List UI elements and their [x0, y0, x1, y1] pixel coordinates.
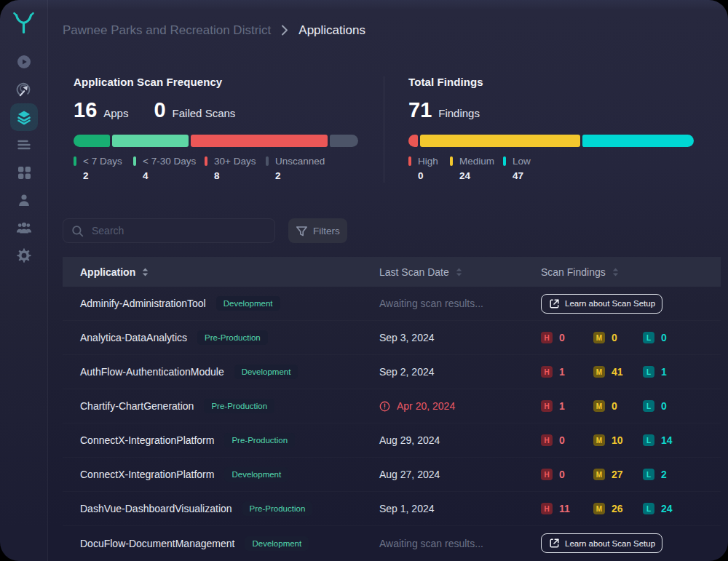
legend-item: Unscanned2: [266, 156, 325, 183]
last-scan-date: Sep 1, 2024: [379, 503, 435, 514]
bar-segment-low: [582, 135, 694, 147]
high-count: 0: [559, 332, 565, 343]
bar-segment-high: [408, 135, 418, 147]
last-scan-date: Sep 3, 2024: [379, 332, 435, 343]
app-name: DocuFlow-DocumentManagement: [80, 538, 234, 549]
list-icon: [16, 137, 32, 153]
table-row[interactable]: Chartify-ChartGenerationPre-ProductionAp…: [63, 389, 721, 423]
search-input[interactable]: [90, 224, 253, 237]
sidebar-item-play[interactable]: [10, 48, 38, 76]
column-application[interactable]: Application: [80, 266, 135, 278]
medium-badge-icon: M: [593, 366, 605, 378]
high-count: 1: [559, 366, 565, 378]
table-header: Application Last Scan Date Scan Findings: [63, 257, 721, 287]
sort-icon-application[interactable]: [142, 268, 149, 276]
legend-count: 0: [418, 170, 450, 183]
high-badge-icon: H: [541, 434, 553, 446]
findings: H11M26L24: [541, 503, 673, 514]
total_findings-stat: 71Findings: [408, 99, 480, 121]
sort-icon-scan-findings[interactable]: [612, 268, 619, 276]
stat-value: 0: [154, 99, 165, 121]
legend-marker: [205, 156, 207, 166]
breadcrumb-current: Applications: [298, 23, 365, 38]
app-name: ConnectX-IntegrationPlatform: [80, 469, 214, 480]
sidebar-item-users[interactable]: [10, 214, 38, 242]
sidebar-item-layers[interactable]: [10, 103, 38, 131]
learn-button-label: Learn about Scan Setup: [565, 539, 655, 548]
overdue-date: Apr 20, 2024: [379, 400, 455, 412]
medium-findings: M26: [593, 503, 643, 514]
low-count: 1: [661, 366, 667, 378]
sort-icon-last-scan-date[interactable]: [456, 268, 462, 276]
legend-item: High0: [408, 156, 450, 183]
app-name: ConnectX-IntegrationPlatform: [80, 434, 214, 446]
app-name: Chartify-ChartGeneration: [80, 400, 194, 412]
findings: H1M41L1: [541, 366, 667, 378]
legend-count: 47: [513, 170, 531, 183]
sidebar-item-gear[interactable]: [10, 242, 38, 269]
sidebar-item-list[interactable]: [10, 131, 38, 159]
search-box[interactable]: [63, 218, 275, 243]
table-row[interactable]: ConnectX-IntegrationPlatformDevelopmentA…: [63, 458, 721, 492]
low-findings: L1: [643, 366, 667, 378]
high-findings: H0: [541, 332, 593, 343]
stat-label: Apps: [103, 107, 128, 119]
findings: H0M0L0: [541, 332, 667, 343]
table-row[interactable]: ConnectX-IntegrationPlatformPre-Producti…: [63, 423, 721, 458]
medium-badge-icon: M: [593, 469, 605, 480]
summary-cards: Application Scan Frequency 16Apps0Failed…: [63, 76, 721, 183]
last-scan-date: Apr 20, 2024: [397, 400, 455, 412]
high-badge-icon: H: [541, 503, 553, 514]
medium-count: 26: [612, 503, 623, 514]
learn-scan-setup-button[interactable]: Learn about Scan Setup: [541, 533, 662, 553]
radar-arrow-icon: [16, 81, 32, 98]
table-row[interactable]: DocuFlow-DocumentManagementDevelopmentAw…: [63, 526, 721, 560]
layers-icon: [16, 109, 32, 125]
high-count: 0: [559, 469, 565, 480]
legend-marker: [74, 156, 76, 166]
legend-item: 30+ Days8: [205, 156, 266, 183]
filters-button[interactable]: Filters: [288, 218, 347, 243]
users-icon: [16, 220, 32, 236]
env-badge: Development: [216, 296, 280, 311]
user-icon: [16, 192, 32, 208]
table-row[interactable]: Analytica-DataAnalyticsPre-ProductionSep…: [63, 321, 721, 355]
applications-table: Application Last Scan Date Scan Findings: [63, 257, 721, 560]
legend-marker: [408, 156, 411, 166]
learn-scan-setup-button[interactable]: Learn about Scan Setup: [541, 294, 662, 314]
scan-frequency-legend: < 7 Days2< 7-30 Days430+ Days8Unscanned2: [74, 156, 384, 183]
sidebar-item-radar-arrow[interactable]: [10, 76, 38, 103]
low-badge-icon: L: [643, 400, 654, 412]
legend-count: 8: [214, 170, 266, 183]
sidebar-item-grid[interactable]: [10, 159, 38, 186]
toolbar: Filters: [63, 218, 721, 243]
stat-label: Failed Scans: [173, 107, 236, 119]
sidebar-item-user[interactable]: [10, 186, 38, 214]
findings: H0M10L14: [541, 434, 673, 446]
medium-count: 41: [612, 366, 623, 378]
high-badge-icon: H: [541, 332, 553, 343]
breadcrumb-parent[interactable]: Pawnee Parks and Recreation District: [63, 23, 271, 38]
column-scan-findings[interactable]: Scan Findings: [541, 266, 606, 278]
total-findings-legend: High0Medium24Low47: [408, 156, 694, 183]
legend-label: Low: [513, 156, 531, 167]
low-badge-icon: L: [643, 332, 654, 343]
table-row[interactable]: DashVue-DashboardVisualizationPre-Produc…: [63, 492, 721, 526]
low-findings: L24: [643, 503, 673, 514]
column-last-scan-date[interactable]: Last Scan Date: [379, 266, 449, 278]
low-findings: L14: [643, 434, 673, 446]
high-findings: H1: [541, 366, 593, 378]
high-badge-icon: H: [541, 400, 553, 412]
breadcrumb: Pawnee Parks and Recreation District App…: [63, 23, 721, 38]
table-row[interactable]: AuthFlow-AuthenticationModuleDevelopment…: [63, 355, 721, 389]
external-link-icon: [548, 298, 561, 310]
last-scan-date: Aug 27, 2024: [379, 469, 440, 480]
scan-frequency-bar: [74, 135, 359, 147]
scan-frequency-card: Application Scan Frequency 16Apps0Failed…: [63, 76, 384, 183]
last-scan-date: Awaiting scan results...: [379, 538, 483, 549]
total-findings-stats: 71Findings: [408, 99, 694, 121]
table-row[interactable]: Adminify-AdministrationToolDevelopmentAw…: [63, 287, 721, 321]
scan_frequency-stat: 0Failed Scans: [154, 99, 235, 121]
low-findings: L2: [643, 469, 667, 480]
legend-count: 2: [275, 170, 325, 183]
